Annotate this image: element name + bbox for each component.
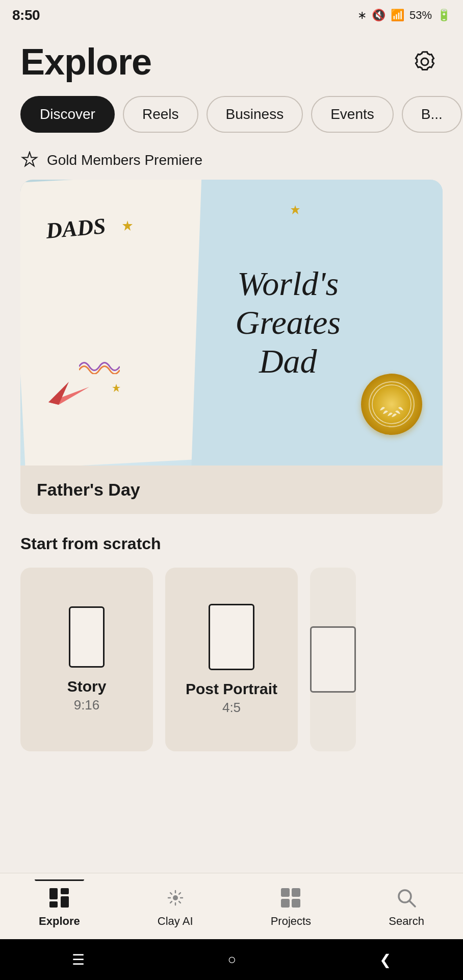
bluetooth-icon: ∗ — [357, 9, 367, 22]
nav-item-projects[interactable]: Projects — [261, 880, 321, 933]
scratch-section: Start from scratch Story 9:16 Post Portr… — [0, 514, 463, 762]
svg-line-13 — [179, 901, 181, 903]
status-icons: ∗ 🔇 📶 53% 🔋 — [357, 9, 451, 22]
tab-extra[interactable]: B... — [402, 96, 462, 133]
svg-rect-9 — [61, 896, 69, 908]
gold-section-text: Gold Members Premiere — [47, 152, 202, 168]
feature-card[interactable]: DADS Worl — [20, 180, 443, 514]
tab-reels[interactable]: Reels — [123, 96, 198, 133]
page-title: Explore — [20, 41, 151, 83]
feature-card-label: Father's Day — [20, 465, 443, 514]
svg-line-15 — [170, 901, 172, 903]
battery-icon: 🔋 — [437, 9, 451, 22]
star-icon — [20, 151, 39, 169]
nav-item-search[interactable]: Search — [378, 880, 434, 933]
status-bar: 8:50 ∗ 🔇 📶 53% 🔋 — [0, 0, 463, 31]
settings-button[interactable] — [407, 44, 443, 80]
nav-label-projects: Projects — [271, 915, 311, 928]
gold-dot-1 — [122, 220, 133, 233]
header: Explore — [0, 31, 463, 88]
scratch-cards: Story 9:16 Post Portrait 4:5 — [20, 568, 443, 751]
android-nav-bar: ☰ ○ ❮ — [0, 939, 463, 980]
android-home-btn[interactable]: ○ — [228, 951, 237, 968]
post-portrait-ratio: 4:5 — [186, 700, 277, 716]
post-portrait-icon — [209, 604, 254, 670]
tab-business[interactable]: Business — [207, 96, 303, 133]
svg-line-11 — [179, 893, 181, 894]
android-back-btn[interactable]: ❮ — [379, 951, 391, 968]
nav-label-search: Search — [389, 915, 424, 928]
squiggle — [79, 359, 120, 376]
svg-rect-6 — [49, 888, 58, 899]
nav-item-clay-ai[interactable]: Clay AI — [147, 880, 203, 933]
svg-rect-7 — [49, 901, 58, 908]
svg-rect-21 — [281, 899, 290, 908]
svg-line-24 — [409, 901, 415, 906]
scratch-card-more[interactable] — [310, 568, 356, 751]
dads-text: DADS — [45, 213, 107, 244]
tab-events[interactable]: Events — [311, 96, 394, 133]
svg-marker-4 — [291, 205, 300, 214]
svg-rect-8 — [61, 888, 69, 894]
nav-label-clay-ai: Clay AI — [158, 915, 193, 928]
status-time: 8:50 — [12, 7, 40, 23]
search-icon — [394, 885, 419, 911]
svg-rect-19 — [281, 888, 290, 897]
svg-line-17 — [170, 893, 172, 894]
svg-marker-1 — [48, 382, 69, 405]
gear-icon — [411, 48, 438, 75]
gold-seal — [361, 374, 422, 435]
tab-discover[interactable]: Discover — [20, 96, 115, 133]
clay-ai-icon — [163, 885, 188, 911]
mute-icon: 🔇 — [372, 9, 385, 22]
gold-dot-3 — [291, 205, 300, 216]
paper-plane — [48, 377, 89, 409]
projects-icon — [278, 885, 303, 911]
scratch-card-story[interactable]: Story 9:16 — [20, 568, 153, 751]
scratch-card-post-portrait[interactable]: Post Portrait 4:5 — [165, 568, 298, 751]
scratch-title: Start from scratch — [20, 534, 443, 553]
story-icon — [69, 606, 105, 668]
post-portrait-name: Post Portrait — [186, 680, 277, 698]
svg-point-5 — [372, 385, 411, 424]
wifi-icon: 📶 — [391, 9, 404, 22]
explore-icon — [46, 885, 72, 911]
android-recent-btn[interactable]: ☰ — [72, 951, 85, 968]
svg-rect-20 — [292, 888, 300, 897]
story-name: Story — [67, 678, 107, 695]
svg-marker-3 — [112, 384, 120, 392]
filter-tabs: Discover Reels Business Events B... — [0, 88, 463, 143]
more-card-icon — [310, 626, 356, 693]
feature-card-main-text: World'sGreatesDad — [235, 264, 412, 381]
nav-item-explore[interactable]: Explore — [29, 880, 90, 933]
battery-text: 53% — [409, 9, 432, 22]
feature-card-image: DADS Worl — [20, 180, 443, 465]
gold-dot-2 — [112, 384, 120, 394]
svg-point-18 — [173, 895, 178, 900]
svg-rect-22 — [292, 899, 300, 908]
gold-section-label: Gold Members Premiere — [0, 143, 463, 180]
nav-label-explore: Explore — [39, 915, 80, 928]
svg-marker-2 — [122, 220, 133, 231]
bottom-nav: Explore Clay AI — [0, 873, 463, 939]
story-ratio: 9:16 — [67, 697, 107, 713]
